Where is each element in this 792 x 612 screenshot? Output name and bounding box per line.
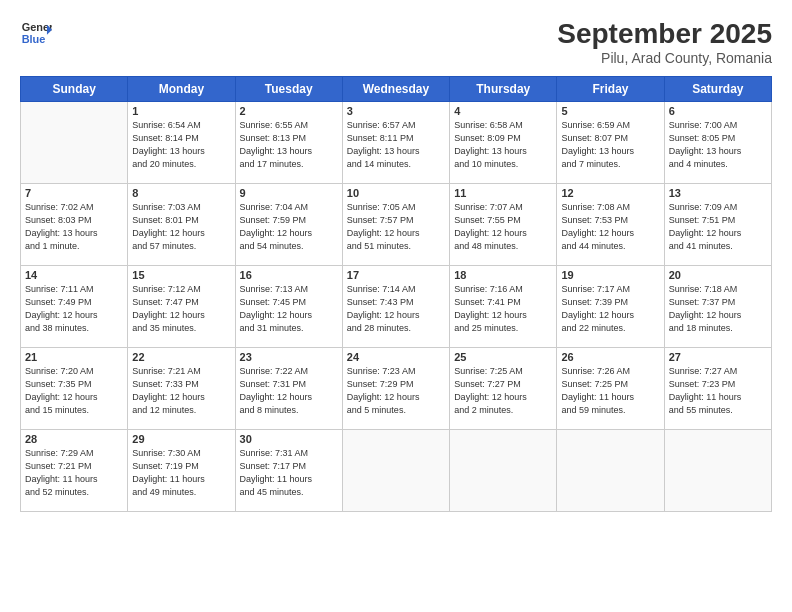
day-number: 25 bbox=[454, 351, 552, 363]
calendar-cell: 11Sunrise: 7:07 AM Sunset: 7:55 PM Dayli… bbox=[450, 184, 557, 266]
cell-info: Sunrise: 7:11 AM Sunset: 7:49 PM Dayligh… bbox=[25, 283, 123, 335]
page: General Blue September 2025 Pilu, Arad C… bbox=[0, 0, 792, 612]
weekday-header: Saturday bbox=[664, 77, 771, 102]
day-number: 14 bbox=[25, 269, 123, 281]
cell-info: Sunrise: 7:07 AM Sunset: 7:55 PM Dayligh… bbox=[454, 201, 552, 253]
cell-info: Sunrise: 7:00 AM Sunset: 8:05 PM Dayligh… bbox=[669, 119, 767, 171]
cell-info: Sunrise: 7:09 AM Sunset: 7:51 PM Dayligh… bbox=[669, 201, 767, 253]
calendar-cell: 2Sunrise: 6:55 AM Sunset: 8:13 PM Daylig… bbox=[235, 102, 342, 184]
calendar-cell bbox=[557, 430, 664, 512]
calendar-cell: 18Sunrise: 7:16 AM Sunset: 7:41 PM Dayli… bbox=[450, 266, 557, 348]
cell-info: Sunrise: 7:16 AM Sunset: 7:41 PM Dayligh… bbox=[454, 283, 552, 335]
calendar-cell: 30Sunrise: 7:31 AM Sunset: 7:17 PM Dayli… bbox=[235, 430, 342, 512]
calendar-cell: 23Sunrise: 7:22 AM Sunset: 7:31 PM Dayli… bbox=[235, 348, 342, 430]
cell-info: Sunrise: 7:13 AM Sunset: 7:45 PM Dayligh… bbox=[240, 283, 338, 335]
calendar-cell: 15Sunrise: 7:12 AM Sunset: 7:47 PM Dayli… bbox=[128, 266, 235, 348]
calendar-cell bbox=[342, 430, 449, 512]
calendar-cell: 7Sunrise: 7:02 AM Sunset: 8:03 PM Daylig… bbox=[21, 184, 128, 266]
calendar-cell: 13Sunrise: 7:09 AM Sunset: 7:51 PM Dayli… bbox=[664, 184, 771, 266]
day-number: 1 bbox=[132, 105, 230, 117]
cell-info: Sunrise: 7:30 AM Sunset: 7:19 PM Dayligh… bbox=[132, 447, 230, 499]
svg-text:Blue: Blue bbox=[22, 33, 46, 45]
calendar-cell: 26Sunrise: 7:26 AM Sunset: 7:25 PM Dayli… bbox=[557, 348, 664, 430]
calendar-table: SundayMondayTuesdayWednesdayThursdayFrid… bbox=[20, 76, 772, 512]
weekday-header: Tuesday bbox=[235, 77, 342, 102]
cell-info: Sunrise: 7:26 AM Sunset: 7:25 PM Dayligh… bbox=[561, 365, 659, 417]
day-number: 30 bbox=[240, 433, 338, 445]
calendar-cell: 1Sunrise: 6:54 AM Sunset: 8:14 PM Daylig… bbox=[128, 102, 235, 184]
weekday-header: Friday bbox=[557, 77, 664, 102]
cell-info: Sunrise: 7:03 AM Sunset: 8:01 PM Dayligh… bbox=[132, 201, 230, 253]
day-number: 13 bbox=[669, 187, 767, 199]
cell-info: Sunrise: 6:57 AM Sunset: 8:11 PM Dayligh… bbox=[347, 119, 445, 171]
calendar-cell: 9Sunrise: 7:04 AM Sunset: 7:59 PM Daylig… bbox=[235, 184, 342, 266]
day-number: 4 bbox=[454, 105, 552, 117]
calendar-cell: 6Sunrise: 7:00 AM Sunset: 8:05 PM Daylig… bbox=[664, 102, 771, 184]
day-number: 18 bbox=[454, 269, 552, 281]
calendar-cell: 25Sunrise: 7:25 AM Sunset: 7:27 PM Dayli… bbox=[450, 348, 557, 430]
calendar-cell: 24Sunrise: 7:23 AM Sunset: 7:29 PM Dayli… bbox=[342, 348, 449, 430]
weekday-header: Wednesday bbox=[342, 77, 449, 102]
cell-info: Sunrise: 7:14 AM Sunset: 7:43 PM Dayligh… bbox=[347, 283, 445, 335]
cell-info: Sunrise: 7:29 AM Sunset: 7:21 PM Dayligh… bbox=[25, 447, 123, 499]
day-number: 3 bbox=[347, 105, 445, 117]
calendar-subtitle: Pilu, Arad County, Romania bbox=[557, 50, 772, 66]
cell-info: Sunrise: 7:22 AM Sunset: 7:31 PM Dayligh… bbox=[240, 365, 338, 417]
day-number: 6 bbox=[669, 105, 767, 117]
calendar-week-row: 21Sunrise: 7:20 AM Sunset: 7:35 PM Dayli… bbox=[21, 348, 772, 430]
calendar-cell: 28Sunrise: 7:29 AM Sunset: 7:21 PM Dayli… bbox=[21, 430, 128, 512]
day-number: 12 bbox=[561, 187, 659, 199]
calendar-cell: 20Sunrise: 7:18 AM Sunset: 7:37 PM Dayli… bbox=[664, 266, 771, 348]
weekday-header: Thursday bbox=[450, 77, 557, 102]
day-number: 29 bbox=[132, 433, 230, 445]
cell-info: Sunrise: 7:31 AM Sunset: 7:17 PM Dayligh… bbox=[240, 447, 338, 499]
day-number: 7 bbox=[25, 187, 123, 199]
calendar-week-row: 28Sunrise: 7:29 AM Sunset: 7:21 PM Dayli… bbox=[21, 430, 772, 512]
cell-info: Sunrise: 7:23 AM Sunset: 7:29 PM Dayligh… bbox=[347, 365, 445, 417]
calendar-week-row: 1Sunrise: 6:54 AM Sunset: 8:14 PM Daylig… bbox=[21, 102, 772, 184]
header: General Blue September 2025 Pilu, Arad C… bbox=[20, 18, 772, 66]
calendar-cell: 5Sunrise: 6:59 AM Sunset: 8:07 PM Daylig… bbox=[557, 102, 664, 184]
calendar-cell: 21Sunrise: 7:20 AM Sunset: 7:35 PM Dayli… bbox=[21, 348, 128, 430]
cell-info: Sunrise: 7:04 AM Sunset: 7:59 PM Dayligh… bbox=[240, 201, 338, 253]
day-number: 16 bbox=[240, 269, 338, 281]
weekday-header: Monday bbox=[128, 77, 235, 102]
day-number: 21 bbox=[25, 351, 123, 363]
weekday-header-row: SundayMondayTuesdayWednesdayThursdayFrid… bbox=[21, 77, 772, 102]
day-number: 17 bbox=[347, 269, 445, 281]
calendar-cell: 3Sunrise: 6:57 AM Sunset: 8:11 PM Daylig… bbox=[342, 102, 449, 184]
day-number: 9 bbox=[240, 187, 338, 199]
calendar-week-row: 14Sunrise: 7:11 AM Sunset: 7:49 PM Dayli… bbox=[21, 266, 772, 348]
day-number: 10 bbox=[347, 187, 445, 199]
cell-info: Sunrise: 6:55 AM Sunset: 8:13 PM Dayligh… bbox=[240, 119, 338, 171]
cell-info: Sunrise: 6:58 AM Sunset: 8:09 PM Dayligh… bbox=[454, 119, 552, 171]
title-block: September 2025 Pilu, Arad County, Romani… bbox=[557, 18, 772, 66]
day-number: 19 bbox=[561, 269, 659, 281]
day-number: 8 bbox=[132, 187, 230, 199]
calendar-cell: 12Sunrise: 7:08 AM Sunset: 7:53 PM Dayli… bbox=[557, 184, 664, 266]
cell-info: Sunrise: 7:27 AM Sunset: 7:23 PM Dayligh… bbox=[669, 365, 767, 417]
day-number: 15 bbox=[132, 269, 230, 281]
cell-info: Sunrise: 7:20 AM Sunset: 7:35 PM Dayligh… bbox=[25, 365, 123, 417]
cell-info: Sunrise: 7:08 AM Sunset: 7:53 PM Dayligh… bbox=[561, 201, 659, 253]
day-number: 24 bbox=[347, 351, 445, 363]
day-number: 28 bbox=[25, 433, 123, 445]
calendar-cell: 17Sunrise: 7:14 AM Sunset: 7:43 PM Dayli… bbox=[342, 266, 449, 348]
logo-icon: General Blue bbox=[20, 18, 52, 50]
day-number: 2 bbox=[240, 105, 338, 117]
day-number: 22 bbox=[132, 351, 230, 363]
calendar-cell: 22Sunrise: 7:21 AM Sunset: 7:33 PM Dayli… bbox=[128, 348, 235, 430]
calendar-cell: 19Sunrise: 7:17 AM Sunset: 7:39 PM Dayli… bbox=[557, 266, 664, 348]
cell-info: Sunrise: 7:05 AM Sunset: 7:57 PM Dayligh… bbox=[347, 201, 445, 253]
cell-info: Sunrise: 7:21 AM Sunset: 7:33 PM Dayligh… bbox=[132, 365, 230, 417]
day-number: 26 bbox=[561, 351, 659, 363]
cell-info: Sunrise: 7:12 AM Sunset: 7:47 PM Dayligh… bbox=[132, 283, 230, 335]
calendar-title: September 2025 bbox=[557, 18, 772, 50]
cell-info: Sunrise: 7:25 AM Sunset: 7:27 PM Dayligh… bbox=[454, 365, 552, 417]
calendar-cell: 4Sunrise: 6:58 AM Sunset: 8:09 PM Daylig… bbox=[450, 102, 557, 184]
cell-info: Sunrise: 6:54 AM Sunset: 8:14 PM Dayligh… bbox=[132, 119, 230, 171]
cell-info: Sunrise: 7:17 AM Sunset: 7:39 PM Dayligh… bbox=[561, 283, 659, 335]
calendar-cell: 10Sunrise: 7:05 AM Sunset: 7:57 PM Dayli… bbox=[342, 184, 449, 266]
calendar-cell: 14Sunrise: 7:11 AM Sunset: 7:49 PM Dayli… bbox=[21, 266, 128, 348]
cell-info: Sunrise: 7:02 AM Sunset: 8:03 PM Dayligh… bbox=[25, 201, 123, 253]
